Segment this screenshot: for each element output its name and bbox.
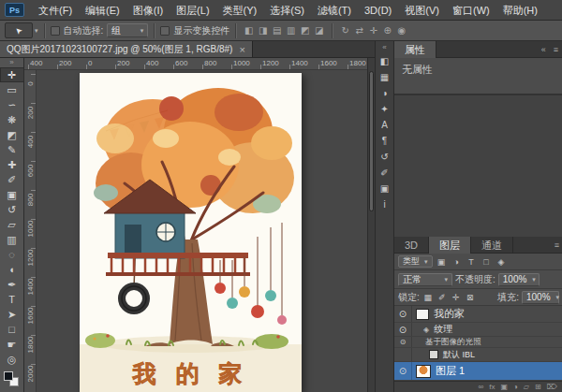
history-panel-icon[interactable]: ↺: [377, 149, 393, 165]
visibility-eye-icon[interactable]: ⊙: [394, 306, 412, 322]
tool-preset-caret-icon[interactable]: ▾: [35, 27, 38, 35]
layer-name[interactable]: 图层 1: [436, 364, 465, 378]
current-tool-preview[interactable]: ➤: [5, 22, 33, 38]
rectangular-marquee-tool[interactable]: ▭: [0, 82, 24, 97]
new-group-icon[interactable]: ▱: [524, 383, 529, 391]
auto-select-checkbox[interactable]: [51, 26, 60, 36]
align-top-edges-icon[interactable]: ◧: [242, 25, 256, 36]
filter-smart-objects-icon[interactable]: ◈: [495, 257, 508, 267]
layer-thumbnail[interactable]: [416, 365, 431, 378]
zoom-tool[interactable]: ◎: [0, 352, 24, 367]
opacity-dropdown[interactable]: 100% ▾: [498, 273, 540, 286]
healing-brush-tool[interactable]: ✚: [0, 157, 24, 172]
filter-kind-dropdown[interactable]: 类型 ▾: [398, 255, 433, 268]
layer-name[interactable]: 默认 IBL: [443, 349, 475, 361]
layer-row-wodejia[interactable]: ⊙ 我的家: [394, 306, 562, 323]
layer-row-default-ibl[interactable]: 默认 IBL: [394, 348, 562, 362]
panel-menu-icon[interactable]: ≡: [550, 45, 562, 54]
menu-view[interactable]: 视图(V): [398, 0, 446, 21]
document-pasteboard[interactable]: 我 的 家: [37, 70, 367, 392]
align-bottom-edges-icon[interactable]: ▤: [270, 25, 284, 36]
3d-slide-icon[interactable]: ⊕: [380, 25, 394, 36]
clone-stamp-tool[interactable]: ▣: [0, 187, 24, 202]
filter-shape-layers-icon[interactable]: □: [481, 257, 493, 267]
menu-type[interactable]: 类型(Y): [216, 0, 264, 21]
quick-selection-tool[interactable]: ❋: [0, 112, 24, 127]
menu-help[interactable]: 帮助(H): [496, 0, 544, 21]
link-layers-icon[interactable]: ∞: [478, 383, 483, 391]
add-layer-mask-icon[interactable]: ▣: [500, 383, 508, 391]
filter-pixel-layers-icon[interactable]: ▣: [436, 257, 448, 267]
hand-tool[interactable]: ☛: [0, 337, 24, 352]
type-tool[interactable]: T: [0, 292, 24, 307]
menu-window[interactable]: 窗口(W): [446, 0, 496, 21]
swatches-panel-icon[interactable]: ▦: [377, 69, 393, 85]
blur-tool[interactable]: ◌: [0, 247, 24, 262]
scrollbar-thumb[interactable]: [369, 71, 374, 211]
new-layer-icon[interactable]: ⊞: [535, 383, 541, 391]
canvas-vertical-scrollbar[interactable]: [367, 58, 375, 392]
align-right-edges-icon[interactable]: ◪: [312, 25, 326, 36]
lock-pixels-icon[interactable]: ✐: [436, 293, 448, 302]
3d-drag-icon[interactable]: ✛: [366, 25, 380, 36]
brush-tool[interactable]: ✐: [0, 172, 24, 187]
move-tool[interactable]: ✛: [0, 67, 24, 82]
auto-select-dropdown[interactable]: 组 ▾: [107, 23, 148, 37]
lock-all-icon[interactable]: ⊠: [465, 293, 476, 302]
paragraph-panel-icon[interactable]: ¶: [377, 133, 393, 149]
close-tab-icon[interactable]: ×: [239, 44, 244, 55]
menu-3d[interactable]: 3D(D): [358, 0, 398, 21]
foreground-color-swatch[interactable]: [4, 371, 13, 381]
adjustment-layer-icon[interactable]: ◑: [513, 383, 518, 391]
filter-adjustment-layers-icon[interactable]: ◑: [451, 257, 463, 267]
clone-source-panel-icon[interactable]: ▣: [377, 181, 393, 196]
3d-scale-icon[interactable]: ◉: [394, 25, 408, 36]
blend-mode-dropdown[interactable]: 正常 ▾: [398, 273, 452, 286]
lock-transparency-icon[interactable]: ▦: [422, 293, 434, 302]
collapse-panel-icon[interactable]: «: [538, 45, 550, 54]
layer-row-ibl-category[interactable]: ⊙ 基于图像的光照: [394, 337, 562, 348]
tab-channels[interactable]: 通道: [471, 237, 513, 254]
menu-image[interactable]: 图像(I): [126, 0, 170, 21]
align-left-edges-icon[interactable]: ▥: [284, 25, 298, 36]
menu-layer[interactable]: 图层(L): [170, 0, 215, 21]
menu-filter[interactable]: 滤镜(T): [311, 0, 358, 21]
styles-panel-icon[interactable]: ✦: [377, 101, 393, 117]
adjustments-panel-icon[interactable]: ◑: [377, 85, 393, 101]
photoshop-logo[interactable]: Ps: [5, 3, 24, 17]
texture-thumbnail[interactable]: [429, 350, 438, 359]
align-vertical-centers-icon[interactable]: ◨: [256, 25, 270, 36]
layer-name[interactable]: 纹理: [434, 323, 452, 336]
color-panel-icon[interactable]: ◧: [377, 53, 393, 69]
collapse-tools-icon[interactable]: »: [9, 58, 13, 67]
align-horizontal-centers-icon[interactable]: ◩: [298, 25, 312, 36]
vertical-ruler[interactable]: 0 200 400 600 800 1000 1200 1400 1600 18…: [24, 70, 37, 392]
panel-menu-icon[interactable]: ≡: [551, 240, 562, 250]
eyedropper-tool[interactable]: ✎: [0, 142, 24, 157]
eraser-tool[interactable]: ▱: [0, 217, 24, 232]
document-canvas[interactable]: 我 的 家: [80, 73, 302, 392]
filter-type-layers-icon[interactable]: T: [466, 257, 478, 267]
visibility-eye-cell[interactable]: [394, 348, 412, 361]
history-brush-tool[interactable]: ↺: [0, 202, 24, 217]
visibility-eye-icon[interactable]: ⊙: [394, 362, 412, 380]
fill-dropdown[interactable]: 100% ▾: [522, 291, 559, 304]
info-panel-icon[interactable]: i: [377, 196, 393, 212]
dodge-tool[interactable]: ◖: [0, 262, 24, 277]
brush-panel-icon[interactable]: ✐: [377, 165, 393, 181]
horizontal-ruler[interactable]: 400 200 0 200 400 600 800 1000 1200 1400…: [24, 58, 367, 70]
layer-row-layer1-selected[interactable]: ⊙ 图层 1: [394, 362, 562, 381]
lock-position-icon[interactable]: ✛: [451, 293, 462, 302]
shape-tool[interactable]: □: [0, 322, 24, 337]
layer-row-texture[interactable]: ⊙ ◈ 纹理: [394, 323, 562, 337]
3d-rotate-icon[interactable]: ↻: [338, 25, 352, 36]
tab-layers[interactable]: 图层: [429, 237, 471, 254]
menu-file[interactable]: 文件(F): [32, 0, 79, 21]
lasso-tool[interactable]: ∽: [0, 97, 24, 112]
layer-name[interactable]: 我的家: [434, 307, 465, 321]
delete-layer-icon[interactable]: ⌦: [547, 383, 557, 391]
visibility-eye-icon[interactable]: ⊙: [394, 337, 412, 347]
menu-edit[interactable]: 编辑(E): [79, 0, 126, 21]
layer-name[interactable]: 基于图像的光照: [425, 337, 481, 348]
expand-panels-icon[interactable]: «: [382, 43, 386, 53]
